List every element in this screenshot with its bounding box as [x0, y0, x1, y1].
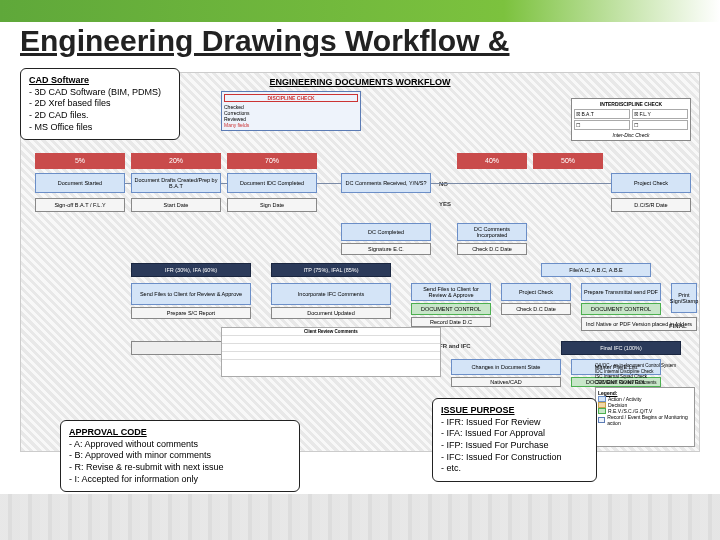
phase-ifr: IFR (30%), IFA (60%) — [131, 263, 251, 277]
discipline-check-label: DISCIPLINE CHECK — [224, 94, 358, 102]
label-final: FINAL — [669, 323, 687, 329]
node-doc-started: Document Started — [35, 173, 125, 193]
swimlane-5: 5% — [35, 153, 125, 169]
node-project-check: Project Check — [611, 173, 691, 193]
arrow — [125, 183, 131, 184]
idc-footer: Inter-Disc Check — [574, 132, 688, 138]
table-title: Client Review Comments — [222, 328, 440, 336]
node-record-date: Record Date D.C — [411, 317, 491, 327]
node-doc-updated: Document Updated — [271, 307, 391, 319]
node-sign-dc: Signature E.C. — [341, 243, 431, 255]
table-title: INTERDISCIPLINE CHECK — [574, 101, 688, 107]
box-row: Many fields — [224, 122, 358, 128]
node-natives: Natives/CAD — [451, 377, 561, 387]
node-doc-ctrl: DOCUMENT CONTROL — [411, 303, 491, 315]
swimlane-40: 40% — [457, 153, 527, 169]
callout-line: - R: Revise & re-submit with next issue — [69, 462, 291, 474]
discipline-check-box: DISCIPLINE CHECK Checked Corrections Rev… — [221, 91, 361, 131]
top-banner — [0, 0, 720, 22]
node-sign-date: Sign Date — [227, 198, 317, 212]
node-check-date2: Check D.C Date — [501, 303, 571, 315]
node-dc-comments-q: DC Comments Received, Y/N/S? — [341, 173, 431, 193]
arrow — [431, 183, 611, 184]
node-prepare-sc: Prepare S/C Report — [131, 307, 251, 319]
node-check-date: Check D.C Date — [457, 243, 527, 255]
arrow — [221, 183, 227, 184]
callout-line: - B: Approved with minor comments — [69, 450, 291, 462]
phase-itp: ITP (75%), IFAL (85%) — [271, 263, 391, 277]
idc-row: B.A.T — [581, 111, 594, 117]
legend: Legend: Action / Activity Decision R.E.V… — [595, 387, 695, 447]
node-dc-completed: DC Completed — [341, 223, 431, 241]
callout-line: - I: Accepted for information only — [69, 474, 291, 486]
node-idc-completed: Document IDC Completed — [227, 173, 317, 193]
callout-approval-code: APPROVAL CODE - A: Approved without comm… — [60, 420, 300, 492]
idc-row: F.L.Y — [639, 111, 650, 117]
callout-heading: APPROVAL CODE — [69, 427, 291, 439]
callout-line: - 2D Xref based files — [29, 98, 171, 110]
node-print-sign: Print Sign/Stamp — [671, 283, 697, 313]
node-dc-inc: DC Comments Incorporated — [457, 223, 527, 241]
node-send-client2: Send Files to Client for Review & Approv… — [411, 283, 491, 301]
callout-issue-purpose: ISSUE PURPOSE - IFR: Issued For Review -… — [432, 398, 597, 482]
node-proj-check2: Project Check — [501, 283, 571, 301]
node-ifr-client: Prepare Transmittal send PDF — [581, 283, 661, 301]
phase-final-ifc: Final IFC (100%) — [561, 341, 681, 355]
swimlane-70: 70% — [227, 153, 317, 169]
node-inc-ifc: Incorporate IFC Comments — [271, 283, 391, 305]
callout-line: - IFC: Issued For Construction — [441, 452, 588, 464]
callout-heading: CAD Software — [29, 75, 171, 87]
node-dcsr-date: D.C/S/R Date — [611, 198, 691, 212]
page-title: Engineering Drawings Workflow & — [20, 24, 510, 58]
label-yes: YES — [439, 201, 451, 207]
node-doc-ctrl-b: DOCUMENT CONTROL — [581, 303, 661, 315]
callout-line: - IFR: Issued For Review — [441, 417, 588, 429]
callout-line: - A: Approved without comments — [69, 439, 291, 451]
node-file-ac: File/A.C, A.B.C, A.B.E — [541, 263, 651, 277]
callout-line: - 2D CAD files. — [29, 110, 171, 122]
footer-skyline — [0, 494, 720, 540]
callout-line: - IFA: Issued For Approval — [441, 428, 588, 440]
callout-line: - MS Office files — [29, 122, 171, 134]
node-sign-fly: Sign-off B.A.T / F.L.Y — [35, 198, 125, 212]
callout-line: - IFP: Issued For Purchase — [441, 440, 588, 452]
arrow — [317, 183, 341, 184]
legend-abbrev: QA/QC - as in document Control System ID… — [595, 363, 695, 385]
callout-line: - etc. — [441, 463, 588, 475]
swimlane-20: 20% — [131, 153, 221, 169]
swimlane-50: 50% — [533, 153, 603, 169]
callout-cad-software: CAD Software - 3D CAD Software (BIM, PDM… — [20, 68, 180, 140]
node-doc-created: Document Drafts Created/Prep by B.A.T — [131, 173, 221, 193]
interdiscipline-check-table: INTERDISCIPLINE CHECK ☒ B.A.T ☒ F.L.Y ☐ … — [571, 98, 691, 141]
label-no: NO — [439, 181, 448, 187]
callout-heading: ISSUE PURPOSE — [441, 405, 588, 417]
node-changes: Changes in Document State — [451, 359, 561, 375]
diagram-title: ENGINEERING DOCUMENTS WORKFLOW — [270, 77, 451, 87]
client-review-table: Client Review Comments — [221, 327, 441, 377]
legend-abbr-line: CRC Client Review Comments — [595, 380, 695, 385]
node-send-client: Send Files to Client for Review & Approv… — [131, 283, 251, 305]
legend-row: Record / Event Begins or Monitoring acti… — [607, 414, 692, 426]
callout-line: - 3D CAD Software (BIM, PDMS) — [29, 87, 171, 99]
node-start-date: Start Date — [131, 198, 221, 212]
